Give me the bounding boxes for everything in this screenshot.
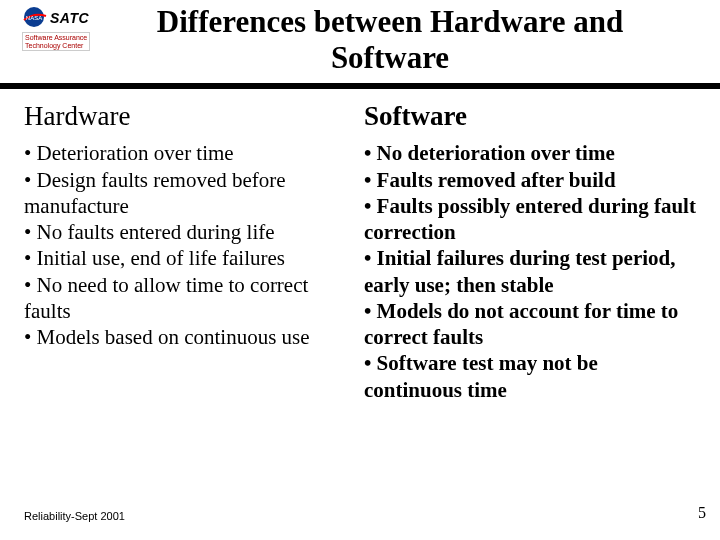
nasa-meatball-icon: NASA [22,6,48,30]
software-heading: Software [364,101,696,132]
logo-top-row: NASA SATC [22,6,132,30]
svg-text:NASA: NASA [26,15,42,21]
slide-number: 5 [698,504,706,522]
logo-brand-text: SATC [50,11,89,25]
hardware-bullets: • Deterioration over time • Design fault… [24,140,356,350]
slide-header: NASA SATC Software Assurance Technology … [0,0,720,89]
column-software: Software • No deterioration over time • … [364,101,696,403]
logo-subtext: Software Assurance Technology Center [22,32,90,51]
logo-block: NASA SATC Software Assurance Technology … [22,6,132,51]
software-bullets: • No deterioration over time • Faults re… [364,140,696,403]
footer-left: Reliability-Sept 2001 [24,510,125,522]
column-hardware: Hardware • Deterioration over time • Des… [24,101,356,403]
slide: NASA SATC Software Assurance Technology … [0,0,720,540]
slide-body: Hardware • Deterioration over time • Des… [0,89,720,403]
logo-sub-line2: Technology Center [25,42,87,50]
hardware-heading: Hardware [24,101,356,132]
logo-sub-line1: Software Assurance [25,34,87,42]
